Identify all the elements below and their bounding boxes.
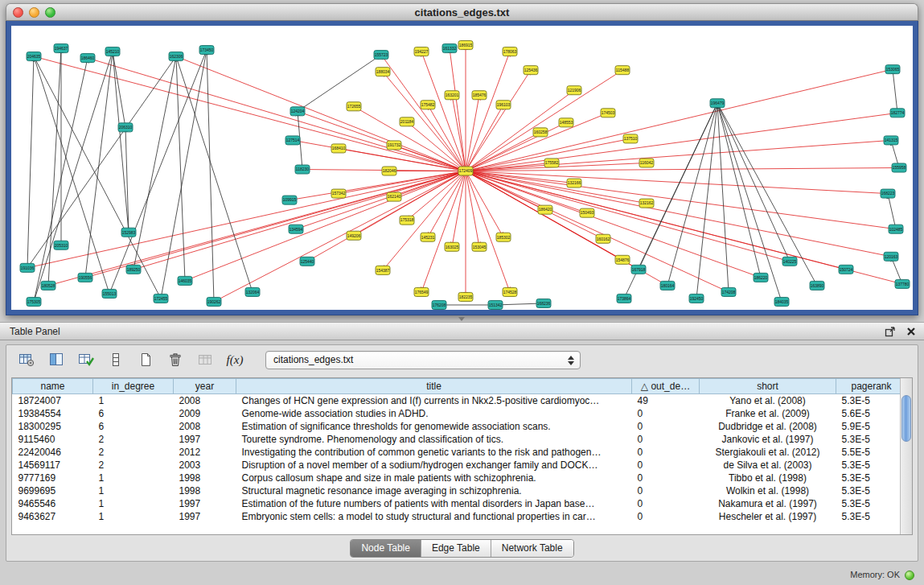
graph-node[interactable]: 173864 xyxy=(617,294,631,303)
graph-node[interactable]: 127514 xyxy=(285,136,300,145)
graph-node[interactable]: 182046 xyxy=(382,167,396,175)
window-titlebar[interactable]: citations_edges.txt xyxy=(6,3,918,21)
table-row[interactable]: 969969511998Structural magnetic resonanc… xyxy=(13,484,907,497)
graph-edge[interactable] xyxy=(34,56,466,171)
tab-network-table[interactable]: Network Table xyxy=(491,540,573,557)
graph-node[interactable]: 141315 xyxy=(884,136,898,145)
table-row[interactable]: 977716911998Corpus callosum shape and si… xyxy=(13,472,907,484)
graph-edge[interactable] xyxy=(88,58,466,171)
network-graph[interactable]: 1724091853021530451630251452311753181621… xyxy=(11,26,913,310)
graph-node[interactable]: 152983 xyxy=(121,228,136,237)
graph-node[interactable]: 175305 xyxy=(27,297,41,306)
graph-node[interactable]: 160258 xyxy=(533,128,548,137)
graph-node[interactable]: 173450 xyxy=(199,46,214,55)
graph-edge[interactable] xyxy=(27,56,176,268)
graph-node[interactable]: 172409 xyxy=(458,167,473,175)
graph-node[interactable]: 175482 xyxy=(421,101,435,109)
panel-resize-handle[interactable] xyxy=(455,316,468,322)
table-row[interactable]: 1872400712008Changes of HCN gene express… xyxy=(13,394,907,407)
graph-node[interactable]: 140225 xyxy=(782,257,797,266)
column-header-in_degree[interactable]: in_degree xyxy=(93,379,174,394)
graph-edge[interactable] xyxy=(466,113,897,171)
graph-edge[interactable] xyxy=(85,51,113,278)
graph-node[interactable]: 124204 xyxy=(290,107,305,116)
table-row[interactable]: 1456911722003Disruption of a novel membe… xyxy=(13,459,907,472)
graph-node[interactable]: 134594 xyxy=(289,225,303,233)
graph-node[interactable]: 175582 xyxy=(544,159,559,167)
graph-node[interactable]: 168410 xyxy=(331,144,346,153)
graph-node[interactable]: 176549 xyxy=(414,287,429,296)
table-select-icon[interactable] xyxy=(76,349,97,370)
graph-edge[interactable] xyxy=(176,56,253,292)
graph-node[interactable]: 196479 xyxy=(710,99,725,108)
graph-node[interactable]: 120163 xyxy=(884,252,898,261)
graph-node[interactable]: 174528 xyxy=(503,287,517,296)
graph-node[interactable]: 189250 xyxy=(126,265,141,274)
graph-node[interactable]: 192450 xyxy=(689,294,704,303)
graph-node[interactable]: 132162 xyxy=(639,199,654,208)
graph-node[interactable]: 186915 xyxy=(458,41,473,50)
function-builder-icon[interactable]: f(x) xyxy=(224,349,245,370)
graph-node[interactable]: 132166 xyxy=(567,179,581,187)
graph-node[interactable]: 161332 xyxy=(442,44,457,53)
graph-node[interactable]: 194227 xyxy=(414,47,429,56)
network-canvas[interactable]: 1724091853021530451630251452311753181621… xyxy=(11,26,913,310)
graph-edge[interactable] xyxy=(307,171,466,262)
graph-node[interactable]: 146035 xyxy=(178,276,192,285)
table-row[interactable]: 2242004622012Investigating the contribut… xyxy=(13,446,907,459)
graph-edge[interactable] xyxy=(696,103,717,299)
float-panel-icon[interactable] xyxy=(884,325,897,338)
table-row[interactable]: 946362711997Embryonic stem cells: a mode… xyxy=(13,510,907,523)
graph-node[interactable]: 182774 xyxy=(890,109,905,117)
graph-node[interactable]: 160162 xyxy=(596,234,610,243)
table-row[interactable]: 1938455462009Genome-wide association stu… xyxy=(13,407,907,420)
graph-node[interactable]: 188034 xyxy=(376,68,390,76)
row-height-icon[interactable] xyxy=(105,349,126,370)
graph-edge[interactable] xyxy=(113,51,125,127)
new-table-icon[interactable] xyxy=(135,349,156,370)
graph-node[interactable]: 125440 xyxy=(300,257,314,266)
graph-edge[interactable] xyxy=(466,171,846,270)
graph-node[interactable]: 191732 xyxy=(387,141,401,150)
close-window-button[interactable] xyxy=(13,7,23,18)
close-panel-icon[interactable] xyxy=(905,325,918,338)
graph-node[interactable]: 184035 xyxy=(774,297,789,306)
graph-edge[interactable] xyxy=(717,103,761,278)
table-scrollbar[interactable] xyxy=(900,378,912,534)
graph-edge[interactable] xyxy=(466,171,761,278)
graph-node[interactable]: 121906 xyxy=(567,86,581,95)
graph-edge[interactable] xyxy=(34,58,88,302)
graph-node[interactable]: 186220 xyxy=(754,273,768,282)
graph-node[interactable]: 201184 xyxy=(400,117,414,126)
graph-edge[interactable] xyxy=(176,56,185,281)
graph-node[interactable]: 163025 xyxy=(445,242,459,251)
column-header-name[interactable]: name xyxy=(13,379,93,394)
graph-node[interactable]: 162140 xyxy=(387,192,401,201)
graph-node[interactable]: 155958 xyxy=(892,163,906,172)
graph-node[interactable]: 116042 xyxy=(639,159,654,167)
tab-node-table[interactable]: Node Table xyxy=(351,540,421,557)
graph-edge[interactable] xyxy=(176,56,466,171)
graph-edge[interactable] xyxy=(113,51,129,233)
graph-edge[interactable] xyxy=(296,171,466,229)
graph-edge[interactable] xyxy=(466,70,531,171)
graph-node[interactable]: 172455 xyxy=(154,294,168,303)
graph-node[interactable]: 155723 xyxy=(374,51,388,60)
graph-edge[interactable] xyxy=(466,171,729,292)
graph-node[interactable]: 157342 xyxy=(331,189,346,198)
graph-node[interactable]: 190556 xyxy=(78,273,92,282)
import-table-icon[interactable] xyxy=(195,349,216,370)
graph-node[interactable]: 150493 xyxy=(580,208,594,217)
graph-node[interactable]: 206310 xyxy=(118,123,133,132)
graph-edge[interactable] xyxy=(667,103,717,286)
graph-node[interactable]: 118230 xyxy=(295,165,310,174)
graph-node[interactable]: 137780 xyxy=(895,279,910,288)
graph-node[interactable]: 149206 xyxy=(347,231,361,240)
graph-node[interactable]: 167918 xyxy=(631,265,646,274)
graph-node[interactable]: 190262 xyxy=(207,297,221,306)
graph-node[interactable]: 137510 xyxy=(623,134,638,143)
column-header-title[interactable]: title xyxy=(236,379,632,394)
graph-node[interactable]: 182235 xyxy=(458,292,473,301)
graph-node[interactable]: 163890 xyxy=(810,281,824,290)
graph-edge[interactable] xyxy=(161,50,207,299)
